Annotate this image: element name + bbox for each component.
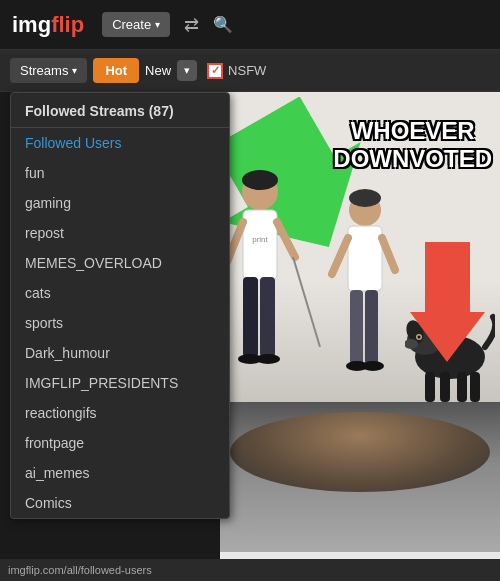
svg-rect-30 [457, 372, 467, 402]
dropdown-item-comics[interactable]: Comics [11, 488, 229, 518]
svg-rect-10 [260, 277, 275, 357]
meme-bottom-strip [220, 402, 500, 552]
svg-point-12 [256, 354, 280, 364]
person-right-figure [310, 182, 420, 402]
tab-dropdown-arrow[interactable]: ▾ [177, 60, 197, 81]
svg-rect-31 [470, 372, 480, 402]
nsfw-checkbox[interactable] [207, 63, 223, 79]
logo-flip: flip [51, 12, 84, 38]
dropdown-item-frontpage[interactable]: frontpage [11, 428, 229, 458]
dropdown-item-gaming[interactable]: gaming [11, 188, 229, 218]
search-icon[interactable]: 🔍 [213, 15, 233, 34]
nsfw-label: NSFW [228, 63, 266, 78]
logo-img: img [12, 12, 51, 38]
svg-rect-29 [440, 372, 450, 402]
dropdown-item-repost[interactable]: repost [11, 218, 229, 248]
shuffle-icon[interactable]: ⇄ [184, 14, 199, 36]
tab-new[interactable]: New [145, 63, 171, 78]
dropdown-item-followed-users[interactable]: Followed Users [11, 128, 229, 158]
streams-button[interactable]: Streams [10, 58, 87, 83]
svg-line-7 [277, 222, 295, 257]
svg-line-17 [382, 238, 395, 270]
dropdown-header: Followed Streams (87) [11, 93, 229, 128]
dropdown-item-sports[interactable]: sports [11, 308, 229, 338]
dropdown-item-memes-overload[interactable]: MEMES_OVERLOAD [11, 248, 229, 278]
svg-text:print: print [252, 235, 268, 244]
status-bar: imgflip.com/all/followed-users [0, 559, 500, 581]
svg-rect-15 [348, 226, 382, 291]
svg-line-16 [332, 238, 348, 274]
create-button[interactable]: Create [102, 12, 170, 37]
nsfw-section: NSFW [207, 63, 266, 79]
svg-rect-9 [243, 277, 258, 357]
dropdown-item-reactiongifs[interactable]: reactiongifs [11, 398, 229, 428]
svg-rect-18 [350, 290, 363, 365]
dropdown-item-ai-memes[interactable]: ai_memes [11, 458, 229, 488]
svg-rect-19 [365, 290, 378, 365]
svg-rect-28 [425, 372, 435, 402]
svg-point-21 [362, 361, 384, 371]
svg-rect-4 [243, 210, 277, 280]
svg-point-3 [242, 170, 278, 190]
toolbar: Streams Hot New ▾ NSFW [0, 50, 500, 92]
red-arrow-icon [410, 242, 485, 362]
logo: imgflip [12, 12, 84, 38]
svg-marker-32 [410, 242, 485, 362]
status-url: imgflip.com/all/followed-users [8, 564, 152, 576]
meme-text: WHOEVER DOWNVOTED [333, 117, 492, 172]
dropdown-menu: Followed Streams (87) Followed Users fun… [10, 92, 230, 519]
dropdown-item-cats[interactable]: cats [11, 278, 229, 308]
dropdown-item-fun[interactable]: fun [11, 158, 229, 188]
meme-image: WHOEVER DOWNVOTED print [220, 92, 500, 559]
hot-tab[interactable]: Hot [93, 58, 139, 83]
dropdown-item-dark-humour[interactable]: Dark_humour [11, 338, 229, 368]
dropdown-item-imgflip-presidents[interactable]: IMGFLIP_PRESIDENTS [11, 368, 229, 398]
svg-point-14 [349, 189, 381, 207]
header: imgflip Create ⇄ 🔍 [0, 0, 500, 50]
